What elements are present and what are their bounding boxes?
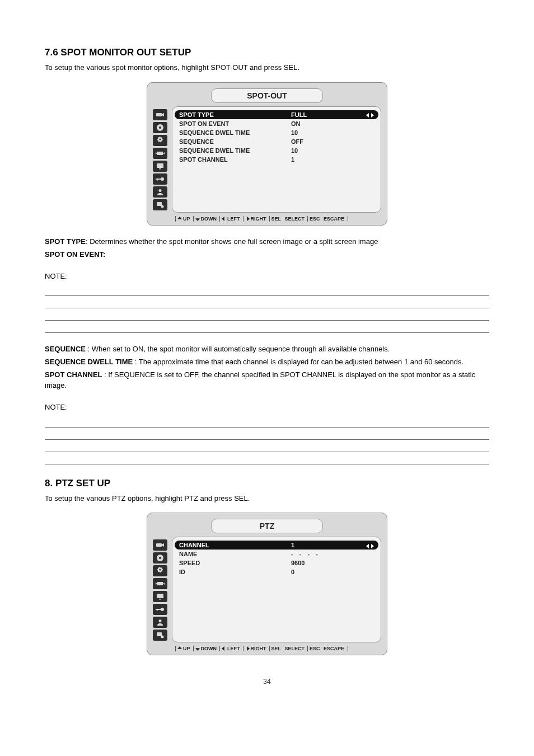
row-label: SPOT ON EVENT [179, 120, 291, 127]
left-right-arrows-icon [366, 542, 374, 548]
help-sel-key: SEL [271, 646, 282, 651]
row-label: SEQUENCE DWEL TIME [179, 147, 291, 154]
svg-point-3 [159, 138, 161, 140]
row-label: SEQUENCE [179, 138, 291, 145]
alarm-icon[interactable] [153, 578, 167, 589]
monitor-icon[interactable] [153, 591, 167, 602]
svg-point-11 [161, 205, 164, 208]
row-label: SPOT TYPE [179, 111, 291, 118]
sidebar-icons [153, 538, 172, 642]
row-value: OFF [291, 138, 374, 145]
ptz-intro: To setup the various PTZ options, highli… [45, 494, 489, 504]
desc-spot-channel: SPOT CHANNEL : If SEQUENCE is set to OFF… [45, 370, 489, 391]
svg-point-23 [161, 636, 164, 638]
note-line [45, 452, 489, 464]
camera-icon[interactable] [153, 539, 167, 551]
spotout-screenshot: SPOT-OUT SPOT TYPE FULL [147, 82, 387, 226]
alarm-icon[interactable] [153, 148, 167, 159]
desc-sequence: SEQUENCE : When set to ON, the spot moni… [45, 344, 489, 355]
note-line [45, 440, 489, 452]
key-icon[interactable] [153, 173, 167, 185]
row-label: SEQUENCE DWEL TIME [179, 129, 291, 136]
osd-body: CHANNEL 1 NAME - - - - SPEED 9600 ID [153, 537, 381, 642]
notes-block-2: NOTE: [45, 402, 489, 464]
svg-rect-22 [157, 632, 162, 636]
ptz-screenshot: PTZ CHANNEL 1 [147, 513, 387, 655]
row-value: - - - - [291, 551, 374, 557]
row-seq-dwell-1[interactable]: SEQUENCE DWEL TIME 10 [177, 128, 376, 137]
help-sel-key: SEL [271, 216, 282, 222]
user-icon[interactable] [153, 617, 167, 628]
desc-spot-on-event: SPOT ON EVENT: [45, 250, 489, 260]
row-spot-on-event[interactable]: SPOT ON EVENT ON [177, 119, 376, 128]
notes-label: NOTE: [45, 271, 489, 282]
row-label: CHANNEL [179, 542, 291, 548]
note-line [45, 284, 489, 296]
network-icon[interactable] [153, 199, 167, 210]
sidebar-icons [153, 107, 172, 213]
svg-rect-12 [156, 543, 162, 547]
row-sequence[interactable]: SEQUENCE OFF [177, 137, 376, 146]
row-spot-type[interactable]: SPOT TYPE FULL [175, 110, 378, 119]
gear-icon[interactable] [153, 565, 167, 576]
help-sel-label: SELECT [285, 646, 305, 651]
gear-icon[interactable] [153, 135, 167, 146]
row-value: 9600 [291, 560, 374, 566]
svg-rect-17 [159, 599, 161, 600]
note-line [45, 296, 489, 308]
svg-rect-20 [157, 609, 158, 611]
row-value: 0 [291, 569, 374, 575]
network-icon[interactable] [153, 630, 167, 641]
row-channel[interactable]: CHANNEL 1 [175, 541, 378, 550]
row-value: 10 [291, 129, 374, 136]
row-spot-channel[interactable]: SPOT CHANNEL 1 [177, 155, 376, 164]
svg-rect-19 [156, 609, 161, 610]
row-speed[interactable]: SPEED 9600 [177, 558, 376, 567]
help-down: DOWN [201, 216, 217, 222]
help-right: RIGHT [251, 216, 266, 222]
row-name[interactable]: NAME - - - - [177, 550, 376, 558]
row-value: 1 [291, 156, 374, 163]
svg-rect-10 [157, 202, 162, 206]
svg-point-14 [159, 557, 161, 559]
record-icon[interactable] [153, 552, 167, 564]
help-left: LEFT [227, 216, 240, 222]
desc-spot-type: SPOT TYPE: Determines whether the spot m… [45, 237, 489, 247]
osd-panel-spotout: SPOT-OUT SPOT TYPE FULL [147, 82, 387, 226]
help-bar: UP DOWN LEFT RIGHT SEL SELECT ESC ESCAPE [153, 646, 381, 651]
help-esc-key: ESC [310, 216, 320, 222]
svg-rect-4 [157, 163, 163, 168]
help-right: RIGHT [251, 646, 266, 651]
row-label: SPEED [179, 560, 291, 566]
note-line [45, 428, 489, 440]
row-id[interactable]: ID 0 [177, 567, 376, 576]
note-line [45, 415, 489, 428]
key-icon[interactable] [153, 604, 167, 615]
svg-rect-16 [157, 594, 163, 598]
help-left: LEFT [227, 646, 240, 651]
osd-title: SPOT-OUT [211, 88, 323, 103]
row-value: FULL [291, 111, 366, 118]
monitor-icon[interactable] [153, 161, 167, 172]
help-up: UP [183, 216, 190, 222]
svg-point-9 [159, 189, 162, 192]
user-icon[interactable] [153, 186, 167, 198]
svg-point-21 [159, 619, 162, 622]
osd-main: SPOT TYPE FULL SPOT ON EVENT ON SEQUENCE… [172, 106, 381, 213]
svg-point-2 [159, 126, 161, 129]
row-value: ON [291, 120, 374, 127]
row-seq-dwell-2[interactable]: SEQUENCE DWEL TIME 10 [177, 146, 376, 155]
osd-main: CHANNEL 1 NAME - - - - SPEED 9600 ID [172, 537, 381, 642]
osd-body: SPOT TYPE FULL SPOT ON EVENT ON SEQUENCE… [153, 106, 381, 213]
help-down: DOWN [201, 646, 217, 651]
desc-text: The approximate time that each channel i… [139, 358, 463, 366]
record-icon[interactable] [153, 122, 167, 133]
page: 7.6 SPOT MONITOR OUT SETUP To setup the … [0, 0, 534, 708]
svg-rect-8 [157, 179, 158, 181]
note-line [45, 308, 489, 321]
desc-text: Determines whether the spot monitor show… [90, 237, 378, 246]
row-label: NAME [179, 551, 291, 557]
camera-icon[interactable] [153, 109, 167, 120]
section-title-spotout: 7.6 SPOT MONITOR OUT SETUP [45, 47, 489, 58]
desc-seq-dwell: SEQUENCE DWELL TIME : The approximate ti… [45, 357, 489, 368]
